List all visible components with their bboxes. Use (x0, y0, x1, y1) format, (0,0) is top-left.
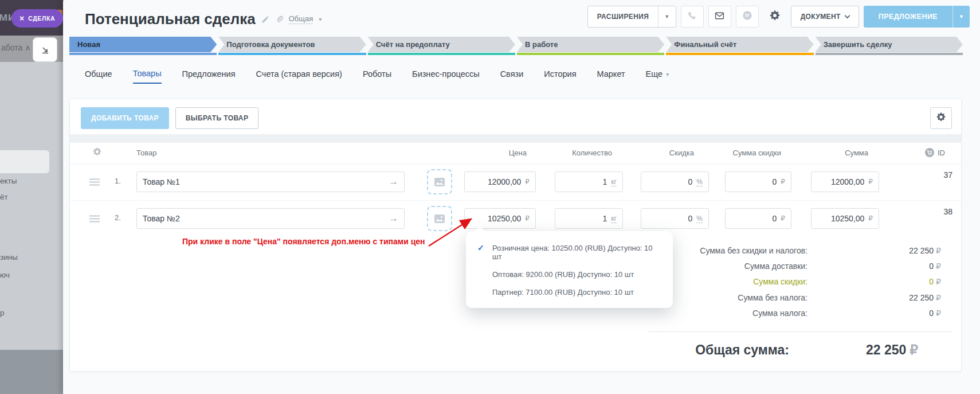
product-name-input[interactable] (143, 177, 384, 186)
stage-close-deal[interactable]: Завершить сделку (816, 37, 963, 55)
add-product-button[interactable]: ДОБАВИТЬ ТОВАР (81, 107, 169, 129)
discount-sum-input[interactable] (731, 214, 777, 223)
deal-tabs: Общие Товары Предложения Счета (старая в… (85, 69, 669, 84)
stage-in-progress[interactable]: В работе (517, 37, 664, 55)
link-icon[interactable] (275, 15, 283, 24)
background-card-fragment (0, 150, 49, 173)
product-name-input[interactable] (143, 214, 384, 223)
choose-product-button[interactable]: ВЫБРАТЬ ТОВАР (175, 107, 258, 129)
currency-suffix: ₽ (781, 214, 785, 223)
document-button[interactable]: ДОКУМЕНТ (791, 6, 859, 28)
open-product-icon[interactable]: → (389, 213, 398, 224)
stage-final-invoice[interactable]: Финальный счёт (666, 37, 813, 55)
sum-input[interactable] (817, 214, 864, 223)
check-icon: ✓ (477, 243, 484, 252)
unit-selector[interactable]: кг (611, 178, 617, 186)
open-product-icon[interactable]: → (389, 176, 398, 188)
sum-field-row1[interactable]: ₽ (811, 171, 879, 192)
background-menu: екты ёт зины юч р (0, 62, 63, 350)
extensions-button[interactable]: РАСШИРЕНИЯ ▼ (587, 6, 676, 28)
chat-button[interactable] (736, 6, 759, 28)
chevron-down-icon[interactable]: ▼ (658, 14, 675, 19)
envelope-icon (715, 11, 724, 22)
divider (649, 331, 952, 332)
quantity-input[interactable] (561, 177, 607, 186)
discount-field-row1[interactable]: % (641, 171, 709, 192)
tab-products[interactable]: Товары (133, 69, 162, 84)
chat-icon (742, 10, 752, 23)
menu-fragment: екты (0, 177, 17, 185)
tab-business-processes[interactable]: Бизнес-процессы (412, 69, 480, 84)
pipeline-selector[interactable]: Общая (289, 14, 313, 24)
discount-input[interactable] (647, 214, 692, 223)
deal-stage-bar: Новая Подготовка документов Счёт на пред… (69, 37, 963, 55)
stage-docs[interactable]: Подготовка документов (218, 37, 366, 55)
percent-selector[interactable]: % (696, 178, 703, 186)
product-id: 38 (895, 207, 952, 216)
tab-general[interactable]: Общие (85, 69, 112, 84)
product-name-field-row2[interactable]: → (136, 208, 405, 229)
discount-sum-input[interactable] (731, 177, 777, 186)
email-button[interactable] (708, 6, 731, 28)
price-type-wholesale[interactable]: Оптовая: 9200.00 (RUB) Доступно: 10 шт (466, 266, 673, 283)
top-actions: РАСШИРЕНИЯ ▼ ДОКУМЕНТ П (587, 6, 970, 28)
stage-prepay-invoice[interactable]: Счёт на предоплату (368, 37, 515, 55)
sum-input[interactable] (817, 177, 864, 186)
quantity-field-row2[interactable]: кг (555, 208, 623, 229)
annotation-text: При клике в поле "Цена" появляется доп.м… (182, 237, 425, 246)
gear-icon (936, 112, 946, 124)
chevron-down-icon: ▾ (666, 71, 669, 77)
chevron-down-icon[interactable]: ▾ (319, 16, 322, 22)
close-icon: × (19, 14, 24, 22)
tab-more[interactable]: Еще▾ (646, 69, 669, 84)
discount-input[interactable] (647, 177, 692, 186)
drag-handle[interactable] (89, 214, 100, 225)
price-type-retail[interactable]: ✓ Розничная цена: 10250.00 (RUB) Доступн… (466, 239, 673, 266)
stage-new[interactable]: Новая (69, 37, 217, 55)
background-page: ми × СДЕЛКА абота ∧ екты ёт зины юч р (0, 0, 63, 394)
column-product: Товар (136, 149, 156, 157)
drag-handle[interactable] (89, 178, 100, 188)
slider-close-button[interactable]: × СДЕЛКА (11, 9, 63, 28)
edit-title-icon[interactable] (261, 15, 269, 24)
tab-relations[interactable]: Связи (500, 69, 524, 84)
price-field-row1[interactable]: ₽ (464, 171, 536, 192)
price-input[interactable] (471, 214, 521, 223)
product-id: 37 (895, 170, 952, 180)
tab-robots[interactable]: Роботы (363, 69, 391, 84)
currency-suffix: ₽ (525, 214, 530, 223)
column-sum: Сумма (811, 149, 868, 157)
arrow-down-right-icon (41, 45, 50, 54)
tab-history[interactable]: История (544, 69, 576, 84)
currency-suffix: ₽ (868, 214, 873, 223)
discount-sum-field-row2[interactable]: ₽ (725, 208, 791, 229)
quantity-input[interactable] (561, 214, 607, 223)
tab-quotes[interactable]: Предложения (182, 69, 236, 84)
column-discount: Скидка (641, 149, 694, 157)
image-icon (434, 178, 445, 186)
proposal-button[interactable]: ПРЕДЛОЖЕНИЕ ▼ (864, 6, 970, 28)
tab-market[interactable]: Маркет (597, 69, 625, 84)
unit-selector[interactable]: кг (611, 214, 617, 223)
call-button[interactable] (681, 6, 704, 28)
percent-selector[interactable]: % (696, 214, 703, 223)
divider (70, 163, 961, 164)
quantity-field-row1[interactable]: кг (555, 171, 623, 192)
sum-field-row2[interactable]: ₽ (811, 208, 879, 229)
table-settings-button[interactable] (930, 107, 952, 129)
columns-settings-icon[interactable] (93, 147, 101, 158)
deal-slider-panel: Потенциальная сделка Общая ▾ РАСШИРЕНИЯ … (63, 0, 980, 394)
column-quantity: Количество (555, 149, 612, 157)
product-image-placeholder[interactable] (427, 169, 452, 194)
price-type-partner[interactable]: Партнер: 7100.00 (RUB) Доступно: 10 шт (466, 283, 673, 301)
collapse-slider-button[interactable] (33, 37, 57, 62)
chevron-down-icon[interactable]: ▼ (953, 14, 970, 19)
discount-sum-field-row1[interactable]: ₽ (725, 171, 791, 192)
price-input[interactable] (471, 177, 521, 186)
product-name-field-row1[interactable]: → (136, 171, 405, 192)
settings-button[interactable] (763, 6, 786, 28)
ruble-sign: ₽ (910, 342, 918, 357)
ruble-sign: ₽ (936, 246, 941, 255)
discount-field-row2[interactable]: % (641, 208, 709, 229)
tab-invoices-old[interactable]: Счета (старая версия) (256, 69, 342, 84)
